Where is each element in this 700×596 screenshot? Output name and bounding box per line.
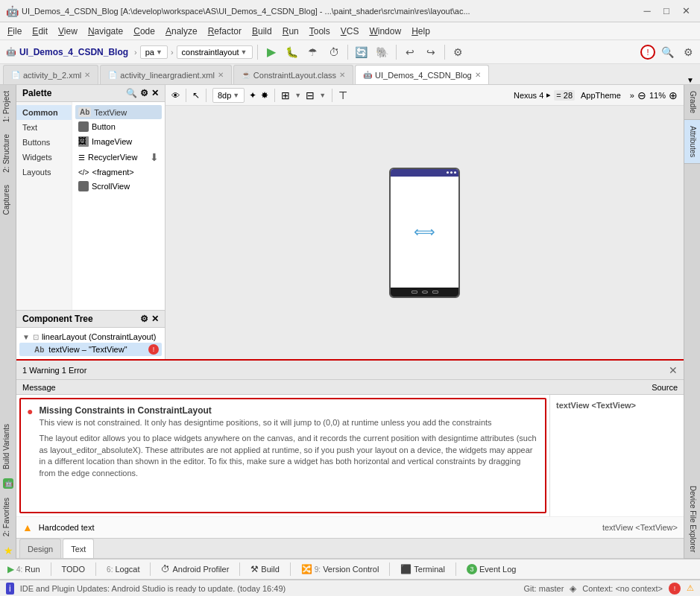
menu-run[interactable]: Run (278, 25, 303, 38)
cat-common[interactable]: Common (16, 105, 72, 120)
tree-settings-icon[interactable]: ⚙ (140, 314, 148, 324)
run-bar-todo[interactable]: TODO (57, 563, 90, 575)
right-tab-gradle[interactable]: Gradle (684, 85, 700, 120)
widget-recyclerview[interactable]: ☰ RecyclerView ⬇ (75, 149, 162, 165)
tree-item-linearlayout[interactable]: ▼ ⊡ linearLayout (ConstraintLayout) (19, 331, 162, 343)
magic-icon[interactable]: ✦ (249, 90, 256, 101)
cat-text[interactable]: Text (16, 120, 72, 135)
zoom-out-icon[interactable]: ⊖ (637, 89, 646, 101)
run-bar-logcat[interactable]: 6: Logcat (102, 563, 144, 575)
settings-gear-button[interactable]: ⚙ (679, 43, 697, 61)
widget-button-label: Button (92, 122, 116, 131)
run-bar-vcs[interactable]: 🔀 9: Version Control (297, 562, 384, 576)
tab-design[interactable]: Design (19, 539, 61, 558)
widget-fragment[interactable]: </> <fragment> (75, 165, 162, 179)
menu-help[interactable]: Help (407, 25, 435, 38)
widget-textview[interactable]: Ab TextView (75, 105, 162, 119)
status-ide-icon[interactable]: i (6, 583, 14, 595)
tab-close-4[interactable]: ✕ (475, 71, 481, 79)
git-branch[interactable]: Git: master (524, 584, 564, 593)
close-button[interactable]: ✕ (678, 3, 694, 19)
run-bar-profiler[interactable]: ⏱ Android Profiler (157, 562, 233, 576)
cat-layouts[interactable]: Layouts (16, 165, 72, 180)
restore-button[interactable]: □ (658, 3, 675, 19)
right-tab-device-explorer[interactable]: Device File Explorer (684, 480, 700, 559)
margin-icon[interactable]: ⊟ (306, 89, 315, 101)
coverage-button[interactable]: ☂ (304, 43, 322, 61)
widget-button[interactable]: Button (75, 119, 162, 134)
project-selector[interactable]: 🤖 UI_Demos_4_CSDN_Blog (3, 45, 131, 59)
menu-file[interactable]: File (3, 25, 26, 38)
menu-build[interactable]: Build (247, 25, 277, 38)
menu-window[interactable]: Window (365, 25, 406, 38)
tab-activity-b[interactable]: 📄 activity_b_2.xml ✕ (3, 65, 98, 84)
menu-refactor[interactable]: Refactor (204, 25, 246, 38)
run-bar-terminal[interactable]: ⬛ Terminal (396, 562, 450, 576)
tree-toggle-icon[interactable]: ▼ (22, 333, 30, 341)
undo-button[interactable]: ↩ (401, 43, 419, 61)
left-spacer (0, 221, 16, 418)
palette-close-icon[interactable]: ✕ (151, 88, 159, 98)
menu-tools[interactable]: Tools (305, 25, 335, 38)
minimize-button[interactable]: ─ (639, 3, 655, 19)
menu-view[interactable]: View (54, 25, 82, 38)
eye-icon[interactable]: 👁 (171, 91, 180, 100)
sparkle-icon[interactable]: ✸ (261, 90, 268, 101)
android-icon-left[interactable]: 🤖 (0, 475, 16, 492)
run-button[interactable]: ▶ (262, 43, 280, 61)
menu-navigate[interactable]: Navigate (83, 25, 127, 38)
cursor-icon[interactable]: ↖ (192, 90, 200, 101)
tab-ui-demos[interactable]: 🤖 UI_Demos_4_CSDN_Blog ✕ (355, 65, 489, 84)
tree-close-icon[interactable]: ✕ (151, 314, 159, 324)
tabs-overflow[interactable]: ▼ (684, 76, 697, 84)
align-icon[interactable]: ⊞ (281, 89, 290, 101)
bottom-source-panel: textView <TextView> (549, 395, 684, 516)
run-number: 4: (16, 565, 22, 574)
favorites-star-icon[interactable]: ★ (0, 542, 16, 559)
palette-settings-icon[interactable]: ⚙ (140, 88, 148, 98)
run-bar-build[interactable]: ⚒ Build (246, 562, 283, 576)
cat-widgets[interactable]: Widgets (16, 150, 72, 165)
baseline-icon[interactable]: ⊤ (338, 89, 347, 101)
left-tab-captures[interactable]: Captures (0, 179, 16, 221)
module-dropdown[interactable]: pa ▼ (140, 45, 168, 59)
settings-button[interactable]: ⚙ (450, 43, 467, 61)
left-tab-project[interactable]: 1: Project (0, 85, 16, 128)
profile-button[interactable]: ⏱ (325, 43, 343, 61)
widget-imageview[interactable]: 🖼 ImageView (75, 134, 162, 149)
menu-vcs[interactable]: VCS (336, 25, 364, 38)
menu-edit[interactable]: Edit (28, 25, 52, 38)
notification-badge[interactable]: ! (640, 45, 655, 60)
palette-search-icon[interactable]: 🔍 (126, 88, 137, 98)
tab-constraintlayout[interactable]: ☕ ConstraintLayout.class ✕ (233, 65, 353, 84)
gradle-button[interactable]: 🐘 (373, 43, 391, 61)
debug-button[interactable]: 🐛 (283, 43, 301, 61)
layout-dropdown[interactable]: constraintlayout ▼ (177, 45, 253, 59)
sync-button[interactable]: 🔄 (353, 43, 371, 61)
bottom-panel-close[interactable]: ✕ (669, 364, 678, 376)
tree-item-textview[interactable]: Ab textView – "TextView" ! (19, 343, 162, 356)
widget-scrollview[interactable]: ScrollView (75, 179, 162, 194)
tab-text[interactable]: Text (63, 539, 94, 558)
window-controls: ─ □ ✕ (639, 3, 694, 19)
widget-recyclerview-download-icon[interactable]: ⬇ (150, 151, 159, 163)
left-tab-structure[interactable]: 2: Structure (0, 128, 16, 179)
cat-buttons[interactable]: Buttons (16, 135, 72, 150)
tab-close-2[interactable]: ✕ (218, 71, 224, 79)
margin-arrow: ▼ (319, 92, 326, 99)
left-tab-favorites[interactable]: 2: Favorites (0, 492, 16, 542)
menu-analyze[interactable]: Analyze (161, 25, 202, 38)
menu-code[interactable]: Code (129, 25, 160, 38)
left-tab-build-variants[interactable]: Build Variants (0, 418, 16, 475)
zoom-in-icon[interactable]: ⊕ (669, 89, 678, 101)
right-tab-attributes[interactable]: Attributes (684, 120, 700, 164)
redo-button[interactable]: ↪ (422, 43, 440, 61)
tab-lineargradient[interactable]: 📄 activity_lineargradient.xml ✕ (100, 65, 232, 84)
tab-close-1[interactable]: ✕ (84, 71, 90, 79)
run-bar-event-log[interactable]: 3 Event Log (462, 562, 521, 576)
run-bar-run[interactable]: ▶ 4: Run (3, 562, 45, 576)
status-notification[interactable]: ! (669, 583, 681, 595)
search-everywhere-button[interactable]: 🔍 (658, 43, 676, 61)
tab-close-3[interactable]: ✕ (339, 71, 345, 79)
dp-dropdown[interactable]: 8dp ▼ (212, 88, 245, 103)
